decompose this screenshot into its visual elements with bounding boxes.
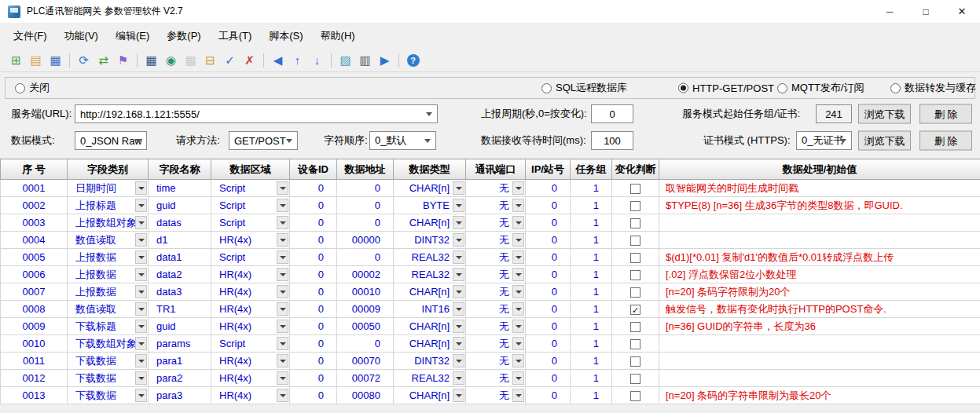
- cell-task-group[interactable]: 1: [571, 353, 612, 370]
- view-grid-icon[interactable]: ▦: [142, 51, 160, 69]
- dropdown-arrow-icon[interactable]: [277, 250, 288, 264]
- cell-region-combo[interactable]: HR(4x): [211, 283, 290, 301]
- dropdown-arrow-icon[interactable]: [512, 268, 524, 281]
- cell-note[interactable]: 取智能网关的时间生成时间戳: [659, 180, 980, 197]
- dropdown-arrow-icon[interactable]: [277, 389, 288, 402]
- dropdown-arrow-icon[interactable]: [277, 181, 288, 195]
- cell-category-combo[interactable]: 上报标题: [68, 197, 149, 214]
- menu-item-file[interactable]: 文件(F): [5, 24, 56, 48]
- dropdown-arrow-icon[interactable]: [453, 233, 464, 247]
- cell-type-combo[interactable]: DINT32: [394, 232, 466, 249]
- cell-port-combo[interactable]: 无: [466, 232, 526, 249]
- dropdown-arrow-icon[interactable]: [135, 302, 147, 316]
- cell-note[interactable]: 触发信号，数据有变化时执行HTTP的POST命令.: [659, 301, 980, 318]
- cell-device-id[interactable]: 0: [290, 335, 337, 353]
- column-header-1[interactable]: 字段类别: [68, 159, 149, 180]
- cell-device-id[interactable]: 0: [290, 266, 337, 283]
- cell-address[interactable]: 0: [337, 214, 394, 232]
- column-header-10[interactable]: 变化判断: [612, 159, 659, 180]
- cell-serial[interactable]: 0010: [1, 335, 68, 353]
- cell-station[interactable]: 0: [526, 387, 571, 404]
- dropdown-arrow-icon[interactable]: [135, 268, 147, 281]
- dropdown-arrow-icon[interactable]: [512, 181, 524, 195]
- dropdown-arrow-icon[interactable]: [277, 371, 288, 385]
- mode-radio-forward[interactable]: 数据转发与缓存: [890, 81, 976, 95]
- cell-type-combo[interactable]: CHAR[n]: [394, 214, 466, 232]
- cell-type-combo[interactable]: DINT32: [394, 353, 466, 370]
- cell-change-flag[interactable]: [612, 318, 659, 335]
- cert-delete-button[interactable]: 删 除: [919, 131, 972, 151]
- web-browser-icon[interactable]: ◉: [162, 51, 180, 69]
- cell-type-combo[interactable]: INT16: [394, 301, 466, 318]
- cell-change-flag[interactable]: [612, 370, 659, 387]
- chevron-down-icon[interactable]: [426, 112, 432, 116]
- cell-serial[interactable]: 0012: [1, 370, 68, 387]
- cell-task-group[interactable]: 1: [571, 387, 612, 404]
- cell-field-name[interactable]: d1: [149, 232, 211, 249]
- cell-category-combo[interactable]: 上报数据: [68, 266, 149, 283]
- dropdown-arrow-icon[interactable]: [277, 233, 288, 247]
- cell-field-name[interactable]: params: [149, 335, 211, 353]
- cell-note[interactable]: [n=20] 条码的字符串限制为最长20个: [659, 387, 980, 404]
- cell-station[interactable]: 0: [526, 283, 571, 301]
- cell-type-combo[interactable]: REAL32: [394, 266, 466, 283]
- char-order-combobox[interactable]: 0_默认: [369, 131, 436, 150]
- dropdown-arrow-icon[interactable]: [453, 181, 464, 195]
- cell-region-combo[interactable]: Script: [211, 249, 290, 266]
- cell-serial[interactable]: 0013: [1, 387, 68, 404]
- dropdown-arrow-icon[interactable]: [512, 233, 524, 247]
- cell-device-id[interactable]: 0: [290, 283, 337, 301]
- cell-category-combo[interactable]: 数值读取: [68, 301, 149, 318]
- cell-task-group[interactable]: 1: [571, 214, 612, 232]
- dropdown-arrow-icon[interactable]: [453, 371, 464, 385]
- cell-category-combo[interactable]: 数值读取: [68, 232, 149, 249]
- cell-port-combo[interactable]: 无: [466, 318, 526, 335]
- save-icon[interactable]: ▦: [46, 51, 64, 69]
- server-url-combobox[interactable]: http://192.168.1.121:5555/: [75, 104, 438, 123]
- cell-region-combo[interactable]: HR(4x): [211, 301, 290, 318]
- cell-port-combo[interactable]: 无: [466, 353, 526, 370]
- dropdown-arrow-icon[interactable]: [277, 302, 288, 316]
- cell-type-combo[interactable]: REAL32: [394, 249, 466, 266]
- change-checkbox[interactable]: [630, 236, 640, 246]
- cell-category-combo[interactable]: 上报数据: [68, 249, 149, 266]
- cell-field-name[interactable]: para3: [149, 387, 211, 404]
- cell-category-combo[interactable]: 日期时间: [68, 180, 149, 197]
- cell-region-combo[interactable]: Script: [211, 197, 290, 214]
- cell-serial[interactable]: 0011: [1, 353, 68, 370]
- column-header-9[interactable]: 任务组: [571, 159, 612, 180]
- dropdown-arrow-icon[interactable]: [512, 285, 524, 298]
- cell-serial[interactable]: 0001: [1, 180, 68, 197]
- menu-item-script[interactable]: 脚本(S): [260, 24, 311, 48]
- image-icon[interactable]: ▨: [336, 51, 354, 69]
- change-checkbox[interactable]: [630, 218, 640, 228]
- cell-station[interactable]: 0: [526, 232, 571, 249]
- cell-port-combo[interactable]: 无: [466, 180, 526, 197]
- dropdown-arrow-icon[interactable]: [135, 181, 147, 195]
- cell-address[interactable]: 0: [337, 197, 394, 214]
- network-branch-icon[interactable]: ⇄: [94, 51, 112, 69]
- dropdown-arrow-icon[interactable]: [512, 250, 524, 264]
- run-icon[interactable]: ▶: [376, 51, 394, 69]
- cell-change-flag[interactable]: [612, 283, 659, 301]
- change-checkbox[interactable]: [630, 201, 640, 211]
- cell-change-flag[interactable]: [612, 180, 659, 197]
- dropdown-arrow-icon[interactable]: [277, 199, 288, 212]
- column-header-4[interactable]: 设备ID: [290, 159, 337, 180]
- cell-address[interactable]: 00010: [337, 283, 394, 301]
- dropdown-arrow-icon[interactable]: [453, 285, 464, 298]
- cell-station[interactable]: 0: [526, 318, 571, 335]
- dropdown-arrow-icon[interactable]: [135, 371, 147, 385]
- cell-serial[interactable]: 0006: [1, 266, 68, 283]
- change-checkbox[interactable]: ✓: [630, 305, 640, 315]
- cell-region-combo[interactable]: HR(4x): [211, 266, 290, 283]
- cell-type-combo[interactable]: CHAR[n]: [394, 335, 466, 353]
- cell-type-combo[interactable]: CHAR[n]: [394, 318, 466, 335]
- dropdown-arrow-icon[interactable]: [512, 354, 524, 367]
- cell-field-name[interactable]: datas: [149, 214, 211, 232]
- cell-type-combo[interactable]: BYTE: [394, 197, 466, 214]
- cell-note[interactable]: [659, 353, 980, 370]
- cell-note[interactable]: [659, 370, 980, 387]
- cell-address[interactable]: 00070: [337, 353, 394, 370]
- cell-region-combo[interactable]: HR(4x): [211, 232, 290, 249]
